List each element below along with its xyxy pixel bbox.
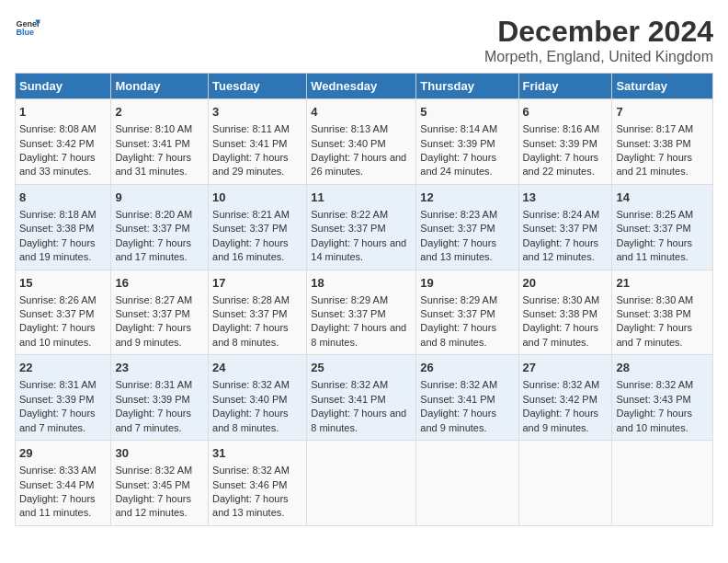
calendar-cell: 21Sunrise: 8:30 AMSunset: 3:38 PMDayligh… — [612, 270, 713, 355]
calendar-cell: 24Sunrise: 8:32 AMSunset: 3:40 PMDayligh… — [209, 355, 307, 441]
day-number: 6 — [523, 104, 609, 121]
calendar-cell: 4Sunrise: 8:13 AMSunset: 3:40 PMDaylight… — [307, 99, 416, 185]
sunrise-text: Sunrise: 8:32 AM — [212, 465, 290, 476]
sunset-text: Sunset: 3:44 PM — [19, 479, 94, 490]
sunset-text: Sunset: 3:41 PM — [311, 394, 385, 405]
daylight-text: Daylight: 7 hours and 31 minutes. — [115, 152, 191, 177]
sunset-text: Sunset: 3:37 PM — [420, 308, 495, 319]
day-number: 14 — [616, 190, 709, 206]
day-number: 19 — [420, 275, 514, 292]
title-block: December 2024 Morpeth, England, United K… — [484, 15, 713, 65]
week-row-1: 1Sunrise: 8:08 AMSunset: 3:42 PMDaylight… — [16, 99, 713, 185]
sunset-text: Sunset: 3:37 PM — [616, 223, 690, 234]
sunrise-text: Sunrise: 8:17 AM — [616, 123, 693, 134]
daylight-text: Daylight: 7 hours and 7 minutes. — [523, 322, 599, 347]
sunrise-text: Sunrise: 8:18 AM — [19, 209, 97, 220]
day-number: 30 — [115, 445, 204, 462]
subtitle: Morpeth, England, United Kingdom — [484, 49, 713, 65]
sunrise-text: Sunrise: 8:32 AM — [523, 379, 600, 390]
sunrise-text: Sunrise: 8:32 AM — [212, 379, 290, 390]
sunset-text: Sunset: 3:42 PM — [19, 138, 94, 149]
daylight-text: Daylight: 7 hours and 9 minutes. — [115, 322, 191, 347]
calendar-cell — [416, 441, 518, 526]
day-number: 3 — [212, 104, 302, 121]
main-title: December 2024 — [484, 15, 713, 49]
sunset-text: Sunset: 3:37 PM — [19, 308, 94, 319]
daylight-text: Daylight: 7 hours and 21 minutes. — [616, 152, 692, 177]
sunset-text: Sunset: 3:41 PM — [212, 138, 287, 149]
sunrise-text: Sunrise: 8:32 AM — [420, 379, 497, 390]
calendar-cell: 20Sunrise: 8:30 AMSunset: 3:38 PMDayligh… — [518, 270, 612, 355]
daylight-text: Daylight: 7 hours and 12 minutes. — [523, 237, 599, 262]
sunrise-text: Sunrise: 8:22 AM — [311, 209, 388, 220]
sunrise-text: Sunrise: 8:29 AM — [311, 294, 388, 305]
sunrise-text: Sunrise: 8:33 AM — [19, 465, 97, 476]
calendar-cell: 9Sunrise: 8:20 AMSunset: 3:37 PMDaylight… — [111, 184, 209, 270]
sunrise-text: Sunrise: 8:21 AM — [212, 209, 290, 220]
day-number: 27 — [523, 360, 609, 376]
header-row: SundayMondayTuesdayWednesdayThursdayFrid… — [16, 74, 713, 99]
day-number: 11 — [311, 190, 412, 206]
day-number: 15 — [19, 275, 107, 292]
calendar-cell: 26Sunrise: 8:32 AMSunset: 3:41 PMDayligh… — [416, 355, 518, 441]
sunrise-text: Sunrise: 8:23 AM — [420, 209, 497, 220]
day-number: 12 — [420, 190, 514, 206]
week-row-2: 8Sunrise: 8:18 AMSunset: 3:38 PMDaylight… — [16, 184, 713, 270]
day-number: 22 — [19, 360, 107, 376]
day-number: 1 — [19, 104, 107, 121]
column-header-friday: Friday — [518, 74, 612, 99]
sunset-text: Sunset: 3:40 PM — [311, 138, 385, 149]
daylight-text: Daylight: 7 hours and 17 minutes. — [115, 237, 191, 262]
sunrise-text: Sunrise: 8:31 AM — [115, 379, 192, 390]
calendar-cell: 2Sunrise: 8:10 AMSunset: 3:41 PMDaylight… — [111, 99, 209, 185]
sunset-text: Sunset: 3:40 PM — [212, 394, 287, 405]
daylight-text: Daylight: 7 hours and 8 minutes. — [311, 408, 406, 432]
week-row-4: 22Sunrise: 8:31 AMSunset: 3:39 PMDayligh… — [16, 355, 713, 441]
sunset-text: Sunset: 3:39 PM — [420, 138, 495, 149]
sunset-text: Sunset: 3:38 PM — [19, 223, 94, 234]
sunset-text: Sunset: 3:37 PM — [212, 223, 287, 234]
sunrise-text: Sunrise: 8:32 AM — [115, 465, 192, 476]
calendar-cell: 11Sunrise: 8:22 AMSunset: 3:37 PMDayligh… — [307, 184, 416, 270]
sunset-text: Sunset: 3:37 PM — [311, 223, 385, 234]
sunrise-text: Sunrise: 8:32 AM — [311, 379, 388, 390]
sunset-text: Sunset: 3:45 PM — [115, 479, 189, 490]
calendar-cell: 22Sunrise: 8:31 AMSunset: 3:39 PMDayligh… — [16, 355, 111, 441]
sunset-text: Sunset: 3:38 PM — [523, 308, 597, 319]
sunrise-text: Sunrise: 8:24 AM — [523, 209, 600, 220]
calendar-cell: 18Sunrise: 8:29 AMSunset: 3:37 PMDayligh… — [307, 270, 416, 355]
sunset-text: Sunset: 3:37 PM — [523, 223, 597, 234]
day-number: 2 — [115, 104, 204, 121]
logo: General Blue — [15, 15, 40, 40]
calendar-cell: 1Sunrise: 8:08 AMSunset: 3:42 PMDaylight… — [16, 99, 111, 185]
sunset-text: Sunset: 3:41 PM — [115, 138, 189, 149]
sunrise-text: Sunrise: 8:26 AM — [19, 294, 97, 305]
daylight-text: Daylight: 7 hours and 24 minutes. — [420, 152, 496, 177]
day-number: 9 — [115, 190, 204, 206]
page-header: General Blue December 2024 Morpeth, Engl… — [15, 15, 713, 65]
column-header-thursday: Thursday — [416, 74, 518, 99]
sunset-text: Sunset: 3:37 PM — [311, 308, 385, 319]
sunrise-text: Sunrise: 8:14 AM — [420, 123, 497, 134]
column-header-sunday: Sunday — [16, 74, 111, 99]
day-number: 16 — [115, 275, 204, 292]
sunrise-text: Sunrise: 8:10 AM — [115, 123, 192, 134]
calendar-cell: 27Sunrise: 8:32 AMSunset: 3:42 PMDayligh… — [518, 355, 612, 441]
sunrise-text: Sunrise: 8:16 AM — [523, 123, 600, 134]
week-row-5: 29Sunrise: 8:33 AMSunset: 3:44 PMDayligh… — [16, 441, 713, 526]
daylight-text: Daylight: 7 hours and 9 minutes. — [420, 408, 496, 432]
day-number: 10 — [212, 190, 302, 206]
sunrise-text: Sunrise: 8:31 AM — [19, 379, 97, 390]
sunset-text: Sunset: 3:37 PM — [115, 308, 189, 319]
daylight-text: Daylight: 7 hours and 8 minutes. — [420, 322, 496, 347]
calendar-cell — [307, 441, 416, 526]
sunrise-text: Sunrise: 8:29 AM — [420, 294, 497, 305]
daylight-text: Daylight: 7 hours and 9 minutes. — [523, 408, 599, 432]
sunset-text: Sunset: 3:37 PM — [212, 308, 287, 319]
sunset-text: Sunset: 3:38 PM — [616, 138, 690, 149]
day-number: 13 — [523, 190, 609, 206]
daylight-text: Daylight: 7 hours and 7 minutes. — [115, 408, 191, 432]
calendar-cell: 8Sunrise: 8:18 AMSunset: 3:38 PMDaylight… — [16, 184, 111, 270]
daylight-text: Daylight: 7 hours and 8 minutes. — [311, 322, 406, 347]
calendar-cell: 19Sunrise: 8:29 AMSunset: 3:37 PMDayligh… — [416, 270, 518, 355]
